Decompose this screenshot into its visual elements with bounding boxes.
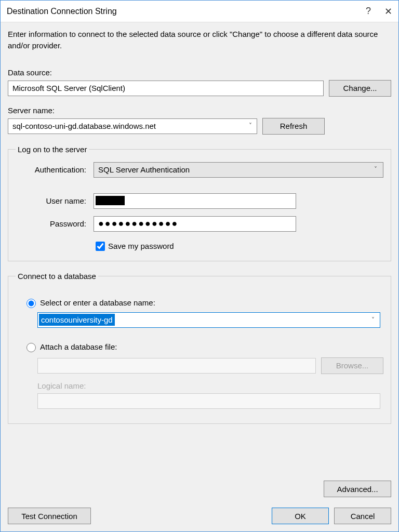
data-source-input: [8, 81, 324, 96]
attach-file-row: Browse...: [37, 357, 383, 374]
logical-name-label: Logical name:: [37, 381, 383, 390]
attach-db-radio-row: Attach a database file:: [24, 341, 383, 352]
titlebar-controls: ? ✕: [366, 6, 392, 17]
connect-db-legend: Connect to a database: [16, 272, 98, 281]
titlebar: Destination Connection String ? ✕: [1, 1, 398, 22]
save-password-checkbox[interactable]: [96, 242, 105, 251]
server-name-input[interactable]: [8, 118, 257, 134]
change-button[interactable]: Change...: [329, 80, 391, 97]
database-name-combo-wrap: contosouniversity-gd ˅: [37, 312, 380, 328]
logical-name-input: [37, 393, 380, 409]
dialog-title: Destination Connection String: [7, 7, 117, 16]
server-name-label: Server name:: [8, 106, 391, 115]
data-source-label: Data source:: [8, 68, 391, 77]
attach-db-radio-label: Attach a database file:: [40, 342, 117, 351]
redacted-username: [96, 196, 125, 205]
logon-fieldset: Log on to the server Authentication: ˅ U…: [8, 145, 391, 261]
ok-button[interactable]: OK: [272, 508, 329, 524]
chevron-down-icon[interactable]: ˅: [246, 122, 255, 129]
chevron-down-icon[interactable]: ˅: [371, 166, 380, 173]
logon-legend: Log on to the server: [16, 145, 89, 154]
password-label: Password:: [16, 219, 94, 228]
help-icon[interactable]: ?: [366, 6, 371, 17]
password-row: Password: ●●●●●●●●●●●●: [16, 216, 383, 232]
authentication-row: Authentication: ˅: [16, 162, 383, 178]
select-db-radio[interactable]: [26, 299, 36, 308]
password-input[interactable]: ●●●●●●●●●●●●: [98, 218, 178, 229]
dialog-description: Enter information to connect to the sele…: [8, 29, 391, 51]
test-connection-button[interactable]: Test Connection: [8, 508, 91, 524]
username-row: User name:: [16, 193, 383, 209]
server-name-row: ˅ Refresh: [8, 118, 391, 135]
authentication-label: Authentication:: [16, 165, 94, 174]
advanced-row: Advanced...: [8, 481, 391, 497]
database-name-combo[interactable]: contosouniversity-gd ˅: [37, 312, 380, 328]
attach-file-input: [37, 358, 316, 374]
select-db-radio-label: Select or enter a database name:: [40, 298, 155, 307]
advanced-button[interactable]: Advanced...: [324, 481, 391, 497]
connect-db-fieldset: Connect to a database Select or enter a …: [8, 272, 391, 424]
database-name-selected: contosouniversity-gd: [39, 314, 115, 326]
chevron-down-icon[interactable]: ˅: [368, 316, 378, 324]
authentication-select[interactable]: [94, 162, 383, 178]
select-db-radio-row: Select or enter a database name:: [24, 297, 383, 308]
close-icon[interactable]: ✕: [384, 6, 392, 17]
dialog-content: Enter information to connect to the sele…: [1, 22, 398, 531]
dialog-window: Destination Connection String ? ✕ Enter …: [0, 0, 399, 532]
browse-button: Browse...: [321, 357, 383, 374]
attach-db-radio[interactable]: [26, 343, 36, 352]
refresh-button[interactable]: Refresh: [262, 118, 325, 135]
username-label: User name:: [16, 196, 94, 205]
logical-name-row: Logical name:: [37, 381, 383, 409]
data-source-row: Change...: [8, 80, 391, 97]
save-password-label: Save my password: [108, 242, 174, 250]
save-password-row: Save my password: [94, 240, 383, 252]
cancel-button[interactable]: Cancel: [334, 508, 391, 524]
dialog-buttons-row: Test Connection OK Cancel: [8, 508, 391, 524]
